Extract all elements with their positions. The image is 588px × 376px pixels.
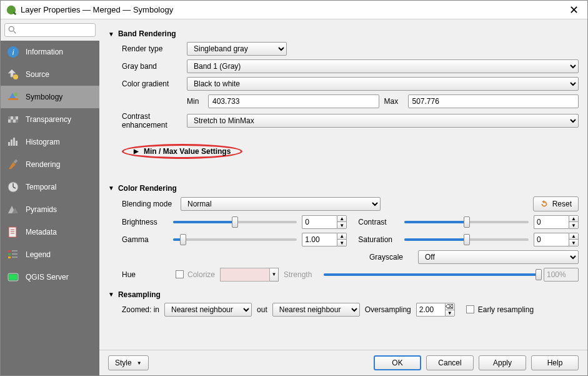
sidebar-item-legend[interactable]: Legend bbox=[1, 243, 99, 266]
hue-label: Hue bbox=[122, 270, 171, 279]
contrast-slider[interactable] bbox=[404, 215, 529, 229]
gamma-slider[interactable] bbox=[173, 233, 297, 246]
sidebar-item-temporal[interactable]: Temporal bbox=[1, 176, 99, 198]
style-button[interactable]: Style ▼ bbox=[108, 355, 149, 370]
spin-up-icon[interactable]: ▲ bbox=[337, 216, 346, 223]
color-rendering-body: Blending mode Normal Reset Brightness ▲▼… bbox=[108, 196, 579, 282]
sidebar-item-rendering[interactable]: Rendering bbox=[1, 153, 99, 176]
strength-slider[interactable] bbox=[324, 268, 539, 282]
spin-down-icon[interactable]: ▼ bbox=[446, 310, 454, 316]
svg-rect-12 bbox=[16, 119, 18, 123]
contrast-enhancement-select[interactable]: Stretch to MinMax bbox=[187, 114, 579, 128]
search-input[interactable] bbox=[4, 23, 96, 37]
color-swatch-icon bbox=[220, 268, 270, 282]
sidebar-item-qgis-server[interactable]: QGIS Server bbox=[1, 266, 99, 288]
histogram-icon bbox=[7, 136, 19, 148]
oversampling-label: Oversampling bbox=[365, 305, 411, 314]
sidebar-item-metadata[interactable]: Metadata bbox=[1, 221, 99, 243]
search-wrap bbox=[1, 19, 99, 41]
dropdown-arrow-icon[interactable]: ▼ bbox=[270, 268, 279, 282]
sidebar-item-label: Symbology bbox=[26, 93, 62, 101]
max-input[interactable] bbox=[408, 94, 579, 108]
svg-rect-17 bbox=[14, 159, 18, 163]
svg-rect-10 bbox=[11, 119, 13, 123]
gamma-input[interactable] bbox=[302, 233, 337, 246]
sidebar-item-histogram[interactable]: Histogram bbox=[1, 131, 99, 153]
min-input[interactable] bbox=[208, 94, 379, 108]
svg-rect-27 bbox=[8, 257, 11, 258]
brightness-slider[interactable] bbox=[173, 215, 297, 229]
svg-point-5 bbox=[13, 74, 18, 79]
spin-up-icon[interactable]: ▲ bbox=[569, 216, 578, 223]
close-icon[interactable]: ✕ bbox=[566, 3, 582, 17]
spin-down-icon[interactable]: ▼ bbox=[569, 240, 578, 246]
min-label: Min bbox=[187, 97, 203, 106]
saturation-input[interactable] bbox=[534, 233, 569, 246]
sidebar-item-label: Information bbox=[26, 48, 63, 56]
gamma-spin[interactable]: ▲▼ bbox=[302, 233, 347, 246]
oversampling-spin[interactable]: ⌫▼ bbox=[416, 303, 455, 317]
spin-up-icon[interactable]: ▲ bbox=[569, 233, 578, 240]
grayscale-select[interactable]: Off bbox=[418, 250, 579, 264]
svg-text:i: i bbox=[12, 48, 14, 57]
colorize-color-picker[interactable]: ▼ bbox=[220, 268, 279, 282]
ok-button[interactable]: OK bbox=[374, 355, 421, 370]
oversampling-input[interactable] bbox=[416, 303, 445, 317]
contrast-spin[interactable]: ▲▼ bbox=[534, 215, 579, 229]
colorize-checkbox[interactable]: Colorize bbox=[176, 270, 215, 279]
gray-band-select[interactable]: Band 1 (Gray) bbox=[187, 59, 579, 73]
contrast-label: Contrast bbox=[358, 218, 399, 226]
legend-icon bbox=[7, 248, 19, 261]
qgis-logo-icon bbox=[6, 4, 17, 16]
sidebar-item-label: Temporal bbox=[26, 183, 56, 191]
clear-icon[interactable]: ⌫ bbox=[446, 303, 454, 310]
sidebar-item-label: Histogram bbox=[26, 138, 60, 146]
temporal-icon bbox=[7, 181, 19, 193]
blending-mode-select[interactable]: Normal bbox=[181, 197, 381, 211]
reset-button[interactable]: Reset bbox=[533, 196, 579, 211]
max-label: Max bbox=[384, 97, 403, 106]
min-max-value-settings-header[interactable]: ▶ Min / Max Value Settings bbox=[122, 144, 242, 159]
color-gradient-select[interactable]: Black to white bbox=[187, 77, 579, 91]
svg-point-7 bbox=[14, 93, 17, 96]
qgis-server-icon bbox=[7, 271, 19, 283]
contrast-input[interactable] bbox=[534, 215, 569, 229]
zoomed-out-select[interactable]: Nearest neighbour bbox=[272, 303, 360, 317]
checkbox-box-icon bbox=[176, 270, 184, 278]
spin-down-icon[interactable]: ▼ bbox=[569, 222, 578, 228]
style-label: Style bbox=[115, 358, 132, 367]
zoomed-in-select[interactable]: Nearest neighbour bbox=[164, 303, 252, 317]
svg-rect-9 bbox=[8, 116, 11, 119]
svg-line-2 bbox=[14, 31, 16, 34]
resampling-header[interactable]: ▼ Resampling bbox=[108, 290, 579, 299]
pyramids-icon bbox=[7, 203, 19, 216]
band-rendering-header[interactable]: ▼ Band Rendering bbox=[108, 29, 579, 38]
brightness-input[interactable] bbox=[302, 215, 337, 229]
apply-button[interactable]: Apply bbox=[479, 355, 526, 370]
help-button[interactable]: Help bbox=[531, 355, 579, 370]
dialog-body: i Information Source Symbology Transpare… bbox=[1, 19, 587, 375]
cancel-button[interactable]: Cancel bbox=[426, 355, 474, 370]
early-resampling-checkbox[interactable]: Early resampling bbox=[466, 305, 534, 314]
spin-up-icon[interactable]: ▲ bbox=[337, 233, 346, 240]
spin-down-icon[interactable]: ▼ bbox=[337, 222, 346, 228]
sidebar-item-symbology[interactable]: Symbology bbox=[1, 86, 99, 108]
resampling-body: Zoomed: in Nearest neighbour out Nearest… bbox=[108, 303, 579, 317]
brightness-spin[interactable]: ▲▼ bbox=[302, 215, 347, 229]
svg-rect-11 bbox=[13, 116, 16, 119]
checkbox-box-icon bbox=[466, 305, 474, 313]
sidebar-item-pyramids[interactable]: Pyramids bbox=[1, 198, 99, 221]
svg-rect-14 bbox=[11, 140, 12, 146]
spin-down-icon[interactable]: ▼ bbox=[337, 240, 346, 246]
gray-band-label: Gray band bbox=[122, 62, 182, 71]
saturation-spin[interactable]: ▲▼ bbox=[534, 233, 579, 246]
sidebar: i Information Source Symbology Transpare… bbox=[1, 19, 99, 375]
render-type-select[interactable]: Singleband gray bbox=[187, 42, 287, 56]
sidebar-item-source[interactable]: Source bbox=[1, 63, 99, 86]
saturation-slider[interactable] bbox=[404, 233, 529, 246]
saturation-label: Saturation bbox=[358, 235, 399, 244]
color-rendering-header[interactable]: ▼ Color Rendering bbox=[108, 184, 579, 193]
sidebar-item-transparency[interactable]: Transparency bbox=[1, 108, 99, 131]
sidebar-item-label: Legend bbox=[26, 250, 51, 259]
sidebar-item-information[interactable]: i Information bbox=[1, 41, 99, 63]
